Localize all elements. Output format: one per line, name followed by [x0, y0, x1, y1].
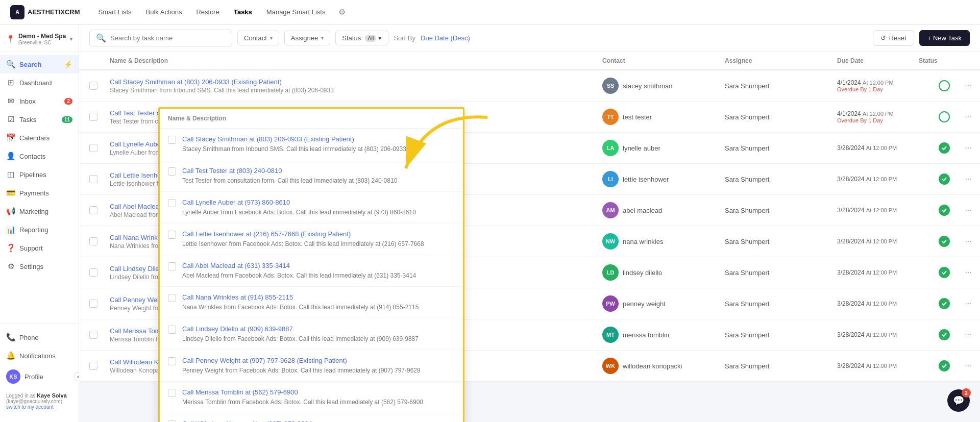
status-check[interactable] — [939, 329, 950, 340]
row-checkbox[interactable] — [89, 82, 110, 90]
contact-name[interactable]: nana wrinkles — [623, 238, 664, 245]
item-checkbox[interactable] — [168, 199, 176, 207]
status-cell[interactable] — [919, 173, 970, 185]
item-checkbox[interactable] — [168, 357, 176, 365]
switch-account-link[interactable]: switch to my account — [6, 404, 72, 410]
item-checkbox[interactable] — [168, 167, 176, 176]
status-check[interactable] — [939, 111, 950, 122]
item-checkbox[interactable] — [168, 231, 176, 239]
status-cell[interactable] — [919, 267, 970, 278]
dropdown-item[interactable]: Call Lynelle Auber at (973) 860-8610 Lyn… — [160, 192, 463, 224]
nav-tasks[interactable]: Tasks — [233, 6, 253, 18]
status-check[interactable] — [939, 236, 950, 247]
more-options-button[interactable]: ··· — [965, 143, 972, 153]
more-options-button[interactable]: ··· — [965, 206, 972, 215]
status-check[interactable] — [939, 298, 950, 309]
status-check[interactable] — [939, 205, 950, 216]
contact-name[interactable]: abel maclead — [623, 207, 662, 214]
row-checkbox[interactable] — [89, 175, 110, 183]
item-title[interactable]: Call Lynelle Auber at (973) 860-8610 — [182, 198, 455, 207]
assignee-filter[interactable]: Assignee ▾ — [284, 31, 330, 45]
item-title[interactable]: Call Willodean Konopacki at (337) 253-83… — [182, 419, 455, 422]
contact-name[interactable]: lynelle auber — [623, 144, 660, 152]
item-title[interactable]: Call Lettie Isenhower at (216) 657-7668 … — [182, 230, 455, 239]
contact-name[interactable]: lindsey dilello — [623, 269, 662, 277]
more-options-button[interactable]: ··· — [965, 81, 972, 90]
more-options-button[interactable]: ··· — [965, 268, 972, 277]
status-check[interactable] — [939, 267, 950, 278]
row-checkbox[interactable] — [89, 300, 110, 308]
item-title[interactable]: Call Test Tester at (803) 240-0810 — [182, 166, 455, 176]
item-title[interactable]: Call Abel Maclead at (631) 335-3414 — [182, 261, 455, 270]
status-check[interactable] — [939, 80, 950, 91]
task-title[interactable]: Call Stacey Smithman at (803) 206-0933 (… — [110, 78, 602, 86]
row-checkbox[interactable] — [89, 237, 110, 245]
sidebar-item-support[interactable]: ❓ Support — [0, 239, 79, 257]
item-checkbox[interactable] — [168, 326, 176, 334]
item-title[interactable]: Call Merissa Tomblin at (562) 579-6900 — [182, 388, 455, 397]
nav-smart-lists[interactable]: Smart Lists — [97, 6, 133, 18]
gear-icon[interactable]: ⚙ — [338, 7, 346, 17]
status-check[interactable] — [939, 173, 950, 185]
dropdown-item[interactable]: Call Penney Weight at (907) 797-9628 (Ex… — [160, 350, 463, 382]
status-filter[interactable]: Status All ▾ — [335, 31, 388, 45]
row-checkbox[interactable] — [89, 268, 110, 277]
more-options-button[interactable]: ··· — [965, 175, 972, 184]
new-task-button[interactable]: + New Task — [919, 30, 970, 46]
more-options-button[interactable]: ··· — [965, 112, 972, 121]
status-cell[interactable] — [919, 111, 970, 122]
sidebar-item-profile[interactable]: KS Profile — [0, 365, 79, 388]
dropdown-item[interactable]: Call Abel Maclead at (631) 335-3414 Abel… — [160, 255, 463, 287]
contact-name[interactable]: stacey smithman — [623, 82, 673, 90]
more-options-button[interactable]: ··· — [965, 330, 972, 339]
sidebar-item-notifications[interactable]: 🔔 Notifications — [0, 346, 79, 365]
status-cell[interactable] — [919, 205, 970, 216]
status-cell[interactable] — [919, 360, 970, 371]
item-checkbox[interactable] — [168, 294, 176, 302]
item-title[interactable]: Call Stacey Smithman at (803) 206-0933 (… — [182, 135, 455, 144]
contact-name[interactable]: lettie isenhower — [623, 176, 669, 183]
dropdown-item[interactable]: Call Nana Wrinkles at (914) 855-2115 Nan… — [160, 287, 463, 318]
dropdown-item[interactable]: Call Lindsey Dilello at (909) 639-9887 L… — [160, 318, 463, 350]
status-check[interactable] — [939, 360, 950, 371]
sidebar-item-tasks[interactable]: ☑ Tasks 11 — [0, 110, 79, 129]
nav-bulk-actions[interactable]: Bulk Actions — [145, 6, 183, 18]
status-cell[interactable] — [919, 142, 970, 154]
row-checkbox[interactable] — [89, 113, 110, 121]
sidebar-item-dashboard[interactable]: ⊞ Dashboard — [0, 73, 79, 92]
item-title[interactable]: Call Penney Weight at (907) 797-9628 (Ex… — [182, 356, 455, 365]
status-cell[interactable] — [919, 329, 970, 340]
location-selector[interactable]: 📍 Demo - Med Spa Greenville, SC ▾ — [0, 29, 79, 52]
sidebar-item-payments[interactable]: 💳 Payments — [0, 184, 79, 202]
row-checkbox[interactable] — [89, 144, 110, 152]
status-cell[interactable] — [919, 298, 970, 309]
sidebar-item-phone[interactable]: 📞 Phone — [0, 328, 79, 346]
dropdown-item[interactable]: Call Willodean Konopacki at (337) 253-83… — [160, 413, 463, 422]
reset-button[interactable]: ↺ Reset — [873, 30, 914, 46]
item-checkbox[interactable] — [168, 262, 176, 270]
dropdown-item[interactable]: Call Stacey Smithman at (803) 206-0933 (… — [160, 129, 463, 160]
row-checkbox[interactable] — [89, 206, 110, 214]
sidebar-item-settings[interactable]: ⚙ Settings — [0, 257, 79, 276]
search-input[interactable] — [110, 34, 212, 42]
status-check[interactable] — [939, 142, 950, 154]
nav-restore[interactable]: Restore — [195, 6, 220, 18]
sidebar-item-pipelines[interactable]: ◫ Pipelines — [0, 165, 79, 184]
sidebar-item-inbox[interactable]: ✉ Inbox 2 — [0, 92, 79, 110]
item-checkbox[interactable] — [168, 136, 176, 144]
status-cell[interactable] — [919, 80, 970, 91]
dropdown-item[interactable]: Call Test Tester at (803) 240-0810 Test … — [160, 160, 463, 192]
item-checkbox[interactable] — [168, 389, 176, 397]
dropdown-item[interactable]: Call Merissa Tomblin at (562) 579-6900 M… — [160, 382, 463, 413]
sort-value[interactable]: Due Date (Desc) — [421, 34, 470, 42]
sidebar-item-calendars[interactable]: 📅 Calendars — [0, 129, 79, 147]
more-options-button[interactable]: ··· — [965, 361, 972, 370]
nav-manage-smart-lists[interactable]: Manage Smart Lists — [265, 6, 327, 18]
row-checkbox[interactable] — [89, 362, 110, 370]
more-options-button[interactable]: ··· — [965, 237, 972, 246]
contact-name[interactable]: penney weight — [623, 300, 666, 308]
contact-name[interactable]: merissa tomblin — [623, 331, 669, 339]
row-checkbox[interactable] — [89, 331, 110, 339]
status-cell[interactable] — [919, 236, 970, 247]
contact-name[interactable]: willodean konopacki — [623, 362, 682, 370]
